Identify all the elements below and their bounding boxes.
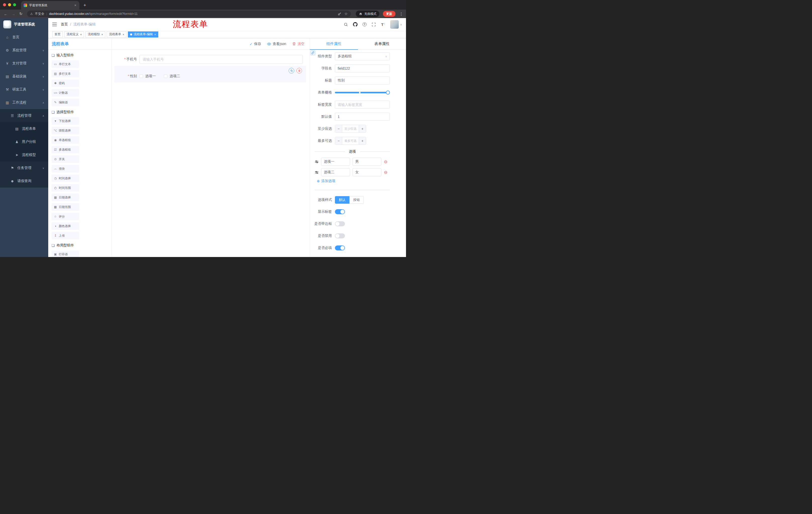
sidebar-item-leave-query[interactable]: ☻ 请假查询 (0, 174, 48, 188)
security-warning-icon[interactable]: ⚠ (30, 12, 33, 16)
remove-option-icon[interactable]: ⊖ (384, 160, 387, 164)
font-size-icon[interactable]: T↕ (381, 22, 386, 27)
forward-button[interactable]: → (10, 12, 17, 16)
clear-button[interactable]: 清空 (292, 42, 304, 46)
hamburger-icon[interactable] (52, 22, 57, 26)
palette-item-switch[interactable]: ⊙开关 (52, 155, 79, 163)
close-icon[interactable]: × (123, 33, 124, 36)
disabled-toggle[interactable] (335, 233, 345, 238)
add-option-button[interactable]: ⊕ 添加选项 (317, 179, 390, 183)
bookmark-star-icon[interactable]: ☆ (344, 11, 348, 16)
help-icon[interactable]: ? (362, 22, 367, 27)
palette-item-select[interactable]: ▾下拉选择 (52, 117, 79, 125)
default-value-input[interactable] (335, 113, 390, 121)
checkbox-option-1[interactable]: 选项一 (140, 74, 156, 78)
max-select-value[interactable]: 最多可选 (342, 137, 359, 144)
palette-item-checkbox-group[interactable]: ☑多选框组 (52, 146, 79, 154)
browser-menu-icon[interactable]: ⋮ (399, 11, 404, 16)
palette-item-radio-group[interactable]: ◉单选框组 (52, 136, 79, 144)
option-value-input[interactable] (352, 168, 381, 176)
github-icon[interactable] (353, 22, 358, 27)
decrease-icon[interactable]: − (335, 125, 342, 133)
tab-component-props[interactable]: 组件属性 (310, 38, 358, 50)
palette-item-slider[interactable]: ‒•‒滑块 (52, 165, 79, 172)
tag-home[interactable]: 首页 (52, 31, 63, 37)
close-icon[interactable]: × (154, 33, 156, 36)
breadcrumb-home[interactable]: 首页 (61, 22, 68, 27)
sidebar-item-infrastructure[interactable]: ▤ 基础设施 ∨ (0, 70, 48, 83)
increase-icon[interactable]: + (359, 137, 366, 144)
style-button-button[interactable]: 按钮 (349, 196, 364, 204)
sidebar-item-payment-mgmt[interactable]: ¥ 支付管理 ∨ (0, 57, 48, 70)
palette-item-single-line-text[interactable]: ▭单行文本 (52, 60, 79, 68)
view-json-button[interactable]: 查看json (267, 42, 286, 46)
option-name-input[interactable] (321, 158, 350, 166)
title-input[interactable] (335, 77, 390, 84)
sidebar-item-process-mgmt[interactable]: ☰ 流程管理 ∧ (0, 109, 48, 122)
close-icon[interactable]: × (80, 33, 82, 36)
palette-item-password[interactable]: ✱密码 (52, 79, 79, 87)
palette-item-row-container[interactable]: ▣行容器 (52, 250, 79, 257)
update-button[interactable]: 更新 (383, 11, 396, 17)
sidebar-item-workflow[interactable]: ▥ 工作流程 ∧ (0, 96, 48, 109)
label-width-input[interactable] (335, 101, 390, 109)
field-name-input[interactable] (335, 64, 390, 73)
address-bar[interactable]: ⚠ 不安全 | dashboard.yudao.iocoder.cn/bpm/m… (27, 10, 351, 17)
tag-process-form-edit[interactable]: 流程表单-编辑 × (128, 31, 158, 37)
fullscreen-icon[interactable] (371, 22, 376, 27)
remove-option-icon[interactable]: ⊖ (384, 170, 387, 174)
tab-form-props[interactable]: 表单属性 (358, 38, 406, 50)
link-icon[interactable] (310, 50, 315, 55)
tag-process-definition[interactable]: 流程定义 × (64, 31, 84, 37)
palette-item-multi-line-text[interactable]: ▤多行文本 (52, 70, 79, 77)
palette-item-rich-editor[interactable]: ✎编辑器 (52, 99, 79, 106)
search-icon[interactable] (343, 22, 348, 27)
close-window-button[interactable] (3, 3, 6, 6)
drag-handle-icon[interactable] (315, 170, 319, 174)
zoom-window-button[interactable] (13, 3, 16, 6)
decrease-icon[interactable]: − (335, 137, 342, 144)
avatar[interactable] (390, 20, 399, 29)
sidebar-item-process-model[interactable]: ➤ 流程模型 (0, 148, 48, 161)
palette-item-date-picker[interactable]: ▦日期选择 (52, 194, 79, 201)
option-value-input[interactable] (352, 158, 381, 166)
form-grid-slider[interactable] (335, 88, 390, 97)
slider-handle[interactable] (386, 90, 390, 94)
minimize-window-button[interactable] (8, 3, 11, 6)
gender-widget-selected[interactable]: *性别 选项一 选项二 (114, 66, 306, 82)
required-toggle[interactable] (335, 245, 345, 250)
tag-process-form[interactable]: 流程表单 × (107, 31, 126, 37)
border-toggle[interactable] (335, 221, 345, 226)
sidebar-item-home[interactable]: ⌂ 首页 (0, 31, 48, 44)
drag-handle-icon[interactable] (315, 160, 319, 164)
tag-process-model[interactable]: 流程模型 × (85, 31, 105, 37)
style-default-button[interactable]: 默认 (335, 196, 349, 204)
sidebar-item-task-mgmt[interactable]: ⚑ 任务管理 ∨ (0, 161, 48, 174)
sidebar-item-process-form[interactable]: ▤ 流程表单 (0, 122, 48, 135)
save-button[interactable]: ✓ 保存 (250, 42, 261, 46)
palette-item-time-picker[interactable]: ◷时间选择 (52, 174, 79, 182)
min-select-value[interactable]: 至少应选 (342, 125, 359, 133)
palette-item-cascader[interactable]: ⌥级联选择 (52, 127, 79, 134)
copy-widget-button[interactable] (289, 68, 294, 74)
palette-item-upload[interactable]: ↥上传 (52, 232, 79, 239)
checkbox-option-2[interactable]: 选项二 (164, 74, 180, 78)
new-tab-button[interactable]: + (83, 2, 86, 8)
tab-close-icon[interactable]: × (74, 3, 77, 7)
sidebar-logo[interactable]: 芋道管理系统 (0, 18, 48, 31)
reload-button[interactable]: ↻ (18, 11, 24, 16)
password-key-icon[interactable] (338, 12, 342, 16)
chevron-down-icon[interactable]: ∨ (400, 23, 402, 26)
sidebar-item-dev-tools[interactable]: ⚒ 研发工具 ∨ (0, 83, 48, 96)
browser-tab[interactable]: 芋道管理系统 × (21, 1, 79, 9)
option-name-input[interactable] (321, 168, 350, 176)
palette-item-color-picker[interactable]: ◑颜色选择 (52, 222, 79, 230)
increase-icon[interactable]: + (359, 125, 366, 133)
palette-item-counter[interactable]: 123计数器 (52, 89, 79, 97)
phone-input[interactable] (140, 55, 303, 64)
back-button[interactable]: ← (2, 12, 9, 16)
show-label-toggle[interactable] (335, 209, 345, 214)
delete-widget-button[interactable] (296, 68, 302, 74)
component-type-select[interactable]: 多选框组 ∨ (335, 52, 390, 60)
phone-field-row[interactable]: *手机号 (114, 53, 306, 66)
